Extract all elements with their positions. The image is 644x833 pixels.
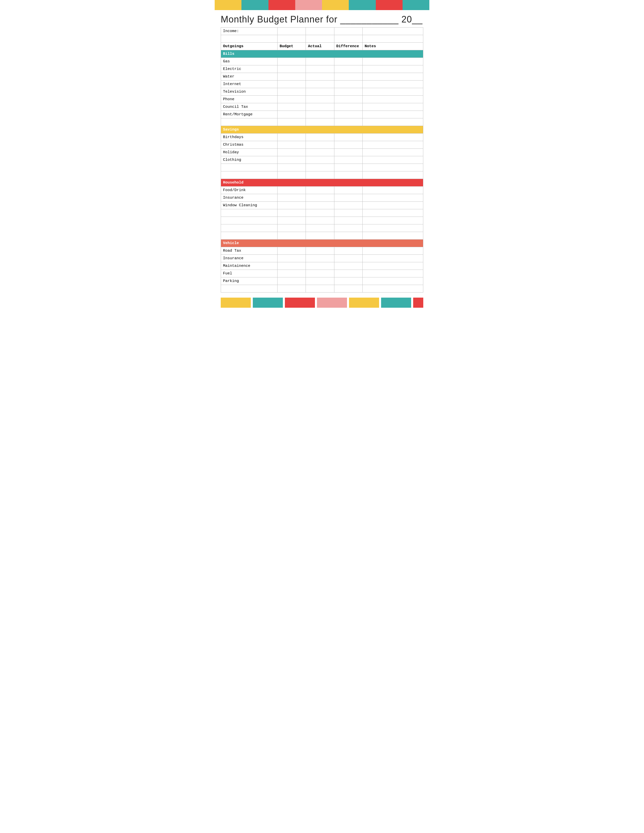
bottom-block-6: [381, 298, 411, 308]
table-row: Rent/Mortgage: [221, 111, 423, 118]
table-row: Internet: [221, 80, 423, 88]
page-title: Monthly Budget Planner for ___________ 2…: [221, 14, 423, 24]
household-spacer-3: [221, 224, 423, 232]
table-row: Insurance: [221, 194, 423, 202]
table-row: Road Tax: [221, 247, 423, 255]
savings-spacer-2: [221, 171, 423, 179]
table-row: Holiday: [221, 149, 423, 156]
savings-label: Savings: [221, 126, 423, 133]
top-block-5: [322, 0, 349, 10]
table-row: Council Tax: [221, 103, 423, 111]
budget-table: Income: Outgoings Budget Actual Differen…: [221, 27, 423, 293]
table-row: Birthdays: [221, 133, 423, 141]
top-block-6: [349, 0, 375, 10]
column-header-row: Outgoings Budget Actual Difference Notes: [221, 43, 423, 50]
col-diff-header: Difference: [334, 43, 362, 50]
top-block-3: [269, 0, 295, 10]
bottom-block-4: [317, 298, 347, 308]
table-row: Gas: [221, 58, 423, 65]
bottom-block-2: [253, 298, 283, 308]
bills-spacer: [221, 118, 423, 126]
household-spacer-1: [221, 209, 423, 217]
vehicle-spacer: [221, 285, 423, 293]
table-row: Food/Drink: [221, 187, 423, 194]
table-row: Parking: [221, 277, 423, 285]
income-diff: [334, 27, 362, 35]
household-spacer-2: [221, 217, 423, 224]
top-color-bar: [215, 0, 429, 10]
income-label: Income:: [221, 27, 277, 35]
col-notes-header: Notes: [362, 43, 423, 50]
bottom-color-bar: [221, 298, 423, 308]
table-row: Christmas: [221, 141, 423, 149]
bottom-block-5: [349, 298, 379, 308]
savings-spacer-1: [221, 164, 423, 171]
income-actual: [306, 27, 334, 35]
household-header-row: Household: [221, 179, 423, 187]
col-budget-header: Budget: [277, 43, 306, 50]
bottom-block-7: [413, 298, 423, 308]
vehicle-header-row: Vehicle: [221, 240, 423, 247]
col-actual-header: Actual: [306, 43, 334, 50]
household-label: Household: [221, 179, 423, 187]
bills-label: Bills: [221, 50, 423, 58]
income-budget: [277, 27, 306, 35]
col-outgoings-header: Outgoings: [221, 43, 277, 50]
income-row: Income:: [221, 27, 423, 35]
income-notes: [362, 27, 423, 35]
savings-header-row: Savings: [221, 126, 423, 133]
table-row: Phone: [221, 96, 423, 103]
spacer-row: [221, 35, 423, 43]
top-block-7: [376, 0, 402, 10]
top-block-4: [295, 0, 322, 10]
table-row: Clothing: [221, 156, 423, 164]
table-row: Water: [221, 73, 423, 80]
bills-header-row: Bills: [221, 50, 423, 58]
bottom-block-1: [221, 298, 251, 308]
top-block-8: [402, 0, 429, 10]
table-row: Electric: [221, 65, 423, 73]
table-row: Fuel: [221, 270, 423, 277]
vehicle-label: Vehicle: [221, 240, 423, 247]
top-block-1: [215, 0, 242, 10]
table-row: Maintainence: [221, 262, 423, 270]
table-row: Insurance: [221, 255, 423, 262]
top-block-2: [242, 0, 268, 10]
table-row: Television: [221, 88, 423, 96]
household-spacer-4: [221, 232, 423, 240]
bottom-block-3: [285, 298, 315, 308]
title-area: Monthly Budget Planner for ___________ 2…: [215, 10, 429, 27]
table-row: Window Cleaning: [221, 202, 423, 209]
